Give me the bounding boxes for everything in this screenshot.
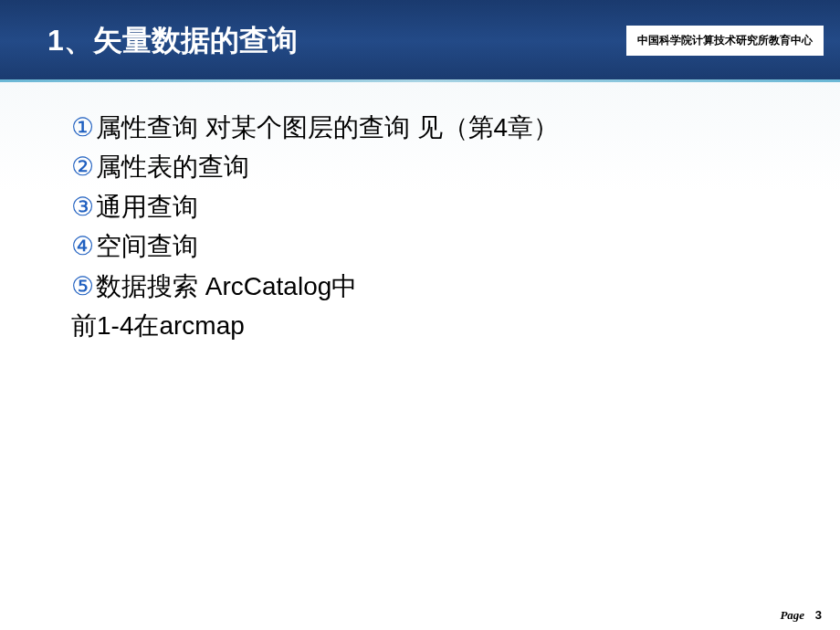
organization-label: 中国科学院计算技术研究所教育中心 — [626, 26, 824, 56]
list-item: ④ 空间查询 — [71, 226, 785, 266]
slide-footer: Page 3 — [780, 608, 822, 623]
slide-header: 1、矢量数据的查询 中国科学院计算技术研究所教育中心 — [0, 0, 840, 82]
list-item-text: 属性查询 对某个图层的查询 见（第4章） — [96, 108, 559, 147]
list-item-text: 空间查询 — [96, 226, 198, 266]
list-item: ③ 通用查询 — [71, 187, 785, 226]
list-item: ② 属性表的查询 — [71, 147, 785, 186]
enum-number: ⑤ — [71, 267, 94, 306]
list-item-text: 数据搜索 ArcCatalog中 — [96, 267, 357, 306]
enum-number: ① — [71, 108, 94, 147]
list-item: ⑤ 数据搜索 ArcCatalog中 — [71, 267, 785, 306]
list-item-text: 通用查询 — [96, 187, 198, 226]
slide-content: ① 属性查询 对某个图层的查询 见（第4章） ② 属性表的查询 ③ 通用查询 ④… — [0, 82, 840, 345]
content-note: 前1-4在arcmap — [71, 306, 785, 345]
page-number: 3 — [815, 608, 822, 622]
enum-number: ② — [71, 147, 94, 186]
note-text: 前1-4在arcmap — [71, 306, 245, 345]
list-item: ① 属性查询 对某个图层的查询 见（第4章） — [71, 108, 785, 147]
page-label: Page — [780, 608, 804, 622]
list-item-text: 属性表的查询 — [96, 147, 249, 186]
enum-number: ④ — [71, 226, 94, 266]
slide-title: 1、矢量数据的查询 — [47, 21, 298, 61]
enum-number: ③ — [71, 187, 94, 226]
